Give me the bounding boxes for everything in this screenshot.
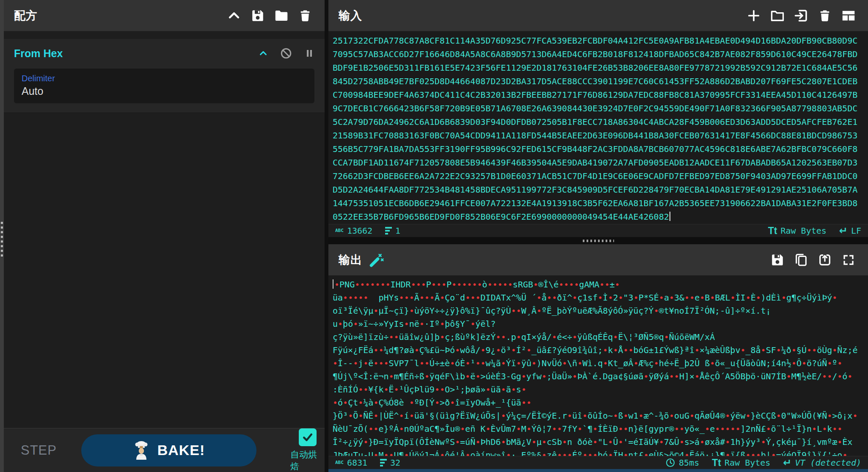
output-header: 输出 xyxy=(328,244,868,276)
output-line-count: 32 xyxy=(390,458,400,468)
open-file-folder-icon[interactable] xyxy=(768,6,787,25)
code-line: •PNG•••••••IHDR•••P•••P••••••ò•••••sRGB•… xyxy=(333,278,868,291)
code-line: oï³Ïé\ÿµ•µÏ~çï}•ùýöY÷÷¿ÿ}ô%ï}¯ûç?ÿÙ••W¸Â… xyxy=(333,304,868,317)
eol-icon: ↵ xyxy=(783,457,791,469)
chef-icon xyxy=(133,441,150,460)
window-edge-strip xyxy=(0,0,4,472)
bake-time-icon xyxy=(665,458,675,468)
code-line: JÞÆµTu-U•M••U¶•Úöý1¬Á•ôé¦Â•oàínw»î•·¸Eº%… xyxy=(333,449,868,456)
recipe-title: 配方 xyxy=(14,8,38,23)
code-line: 2517322CFDA778C87A8CF81C114A35D76D925C77… xyxy=(333,34,868,47)
code-line: 9C7DECB1C7666423B6F58F720B9E05B71A6708E2… xyxy=(333,102,868,115)
disable-operation-icon[interactable] xyxy=(280,47,292,60)
input-encoding-value[interactable]: Raw Bytes xyxy=(780,226,826,236)
code-line: •Î--•j•ë•••SVP7¯l••Ú÷±è•óÈ•¹••w¼ã•Ýï•ÿû•… xyxy=(333,357,868,370)
delimiter-value: Auto xyxy=(22,85,307,97)
output-char-count: 6831 xyxy=(347,458,367,468)
add-input-tab-icon[interactable] xyxy=(744,6,763,25)
recipe-header: 配方 xyxy=(4,0,325,31)
input-eol-value[interactable]: LF xyxy=(851,226,861,236)
output-eol-value[interactable]: VT (detected) xyxy=(795,458,861,468)
open-input-signin-icon[interactable] xyxy=(792,6,810,25)
output-encoding-value[interactable]: Raw Bytes xyxy=(725,458,770,468)
panel-seam xyxy=(325,0,328,472)
code-line: 556B5C779FA1BA7DA553FF3190FF95B996C92FED… xyxy=(333,142,868,156)
code-line: D5D2A24644FAA8DF772534B481458BDECA951199… xyxy=(333,183,868,196)
delimiter-label: Delimiter xyxy=(22,74,307,83)
code-line: Î²÷¿ÿý•}Ð=ïyÏQpï(ÔÍèNwºS•=úÑ•ÞhD6•bMã¿V•… xyxy=(333,436,868,449)
char-count-icon: ABC xyxy=(335,229,344,233)
text-encoding-icon: Tt xyxy=(712,457,721,469)
recipe-list: From Hex Delimiter Auto xyxy=(4,31,325,428)
panel-resize-grip[interactable] xyxy=(1,222,3,258)
collapse-recipe-icon[interactable] xyxy=(225,6,243,25)
line-count-icon xyxy=(385,227,392,235)
bake-button-label: BAKE! xyxy=(157,442,205,458)
line-count-icon xyxy=(380,459,387,466)
input-line-count: 1 xyxy=(395,226,400,236)
code-line: Fÿú×¿FËá••¼d¶?øà•Ç%£ü~Þó•wôå/•9¿•ö³•Í²•_… xyxy=(333,344,868,357)
splitter-grip[interactable] xyxy=(583,240,614,242)
code-line: u•þó•»ï~÷»YyIs•në•·Iº•þô§Y¯•ýël? xyxy=(333,317,868,331)
bake-progress-strip xyxy=(328,469,868,472)
code-line: ÑèU¯zÕ(••e}ºÁ•n0ÚºaC¶»Îu®•eñ K•ÈvÛm7•M•Ý… xyxy=(333,422,868,436)
code-line: ¶Új\º<Î:ë¬n•m¶Éñ÷ß•ÿqéF\ìb•ë•>úèÉ3-Gg•yf… xyxy=(333,370,868,383)
copy-output-icon[interactable] xyxy=(792,251,810,269)
text-encoding-icon: Tt xyxy=(768,225,777,237)
autobake-checkbox[interactable] xyxy=(299,428,317,446)
step-button[interactable]: STEP xyxy=(21,443,57,458)
operation-from-hex[interactable]: From Hex Delimiter Auto xyxy=(4,39,325,113)
char-count-icon: ABC xyxy=(335,461,344,465)
io-splitter[interactable] xyxy=(328,237,868,244)
load-recipe-folder-icon[interactable] xyxy=(272,6,291,25)
io-panel: 输入 2517322CFDA778C87A8CF81C114A35D76D925… xyxy=(328,0,868,472)
code-line: }Ö³•Õ•ÑÊ•|ÙË^•í•üä'§(üìg?ËïW¿úÕs|•ý¼ç=/Ë… xyxy=(333,409,868,422)
layout-split-view-icon[interactable] xyxy=(839,6,858,25)
save-recipe-icon[interactable] xyxy=(248,6,267,25)
breakpoint-pause-icon[interactable] xyxy=(304,48,314,59)
input-char-count: 13662 xyxy=(347,226,372,236)
code-line: 21589B31FC70883163F0BC70A54CDD9411A118FD… xyxy=(333,129,868,142)
save-output-icon[interactable] xyxy=(768,251,787,269)
magic-wand-icon[interactable] xyxy=(366,251,385,269)
input-title: 输入 xyxy=(339,8,362,23)
autobake-control: 自动烘焙 xyxy=(290,428,325,472)
code-line: 72662D3FCDBEB6EE6A2A722E2C93257B1D0E6037… xyxy=(333,169,868,183)
collapse-operation-icon[interactable] xyxy=(259,49,268,58)
clear-input-trash-icon[interactable] xyxy=(816,6,834,25)
code-line: BDF9E1B2506E5D311FB161E5E7423F56FE1129E2… xyxy=(333,61,868,75)
code-line: 845D2758ABB49E7BF025D8D44664087D23D2BA31… xyxy=(333,75,868,88)
operation-name: From Hex xyxy=(14,47,63,60)
open-output-in-tab-icon[interactable] xyxy=(816,251,834,269)
autobake-label: 自动烘焙 xyxy=(290,449,325,472)
code-line: :ÈñÍÓ••¥{k•Ë•¹ÛçÞlü9••O>¹;þøã»•üã•ã•s• xyxy=(333,383,868,396)
recipe-panel: 配方 From Hex xyxy=(4,0,325,472)
code-line: CCA7BDF1AD11674F712057808E5B946439F46B39… xyxy=(333,156,868,169)
bake-time-value: 85ms xyxy=(679,458,699,468)
code-line: 0522EE35B7B6FD965B6ED9FD0F852B06E9C6F2E6… xyxy=(333,210,868,224)
maximize-output-icon[interactable] xyxy=(839,251,858,269)
code-line: üa••••• pHYs•••Ã•••Ã•Ço¨d•••DIDATx^%Ü ´•… xyxy=(333,291,868,304)
input-status-bar: ABC 13662 1 Tt Raw Bytes ↵ LF xyxy=(328,224,868,237)
code-line: 5C2A79D76DA24962C6A1D6B6839D03F94D0DFDB0… xyxy=(333,115,868,129)
clear-recipe-trash-icon[interactable] xyxy=(296,6,314,25)
recipe-controls-bar: STEP BAKE! 自动烘焙 xyxy=(4,428,325,472)
input-textarea[interactable]: 2517322CFDA778C87A8CF81C114A35D76D925C77… xyxy=(328,31,868,224)
output-textarea[interactable]: •PNG•••••••IHDR•••P•••P••••••ò•••••sRGB•… xyxy=(328,276,868,456)
output-status-bar: ABC 6831 32 85ms Tt Raw Bytes ↵ VT (dete… xyxy=(328,456,868,469)
code-line: •ó•Çt•¼à•Ç%Ó8è •ºÐ[Ý•>ð•î=ïyOwå+_¹{üã•• xyxy=(333,396,868,409)
delimiter-select[interactable]: Delimiter Auto xyxy=(14,69,314,103)
code-line: 14475351051ECB6DB6E29461FFCE007A722132E4… xyxy=(333,196,868,210)
code-line: 7095C57AB3ACC6D27F16646D84A5A8C6A8B9D571… xyxy=(333,47,868,61)
input-header: 输入 xyxy=(328,0,868,31)
eol-icon: ↵ xyxy=(839,225,848,237)
bake-button[interactable]: BAKE! xyxy=(81,434,256,466)
code-line: C700984BEE9DEF4A6374DC411C4C2B32013B2FBE… xyxy=(333,88,868,102)
output-title: 输出 xyxy=(339,252,362,268)
code-line: ç?ÿù»ë]ïzù÷••üãîw¿û]þ•ç;ßùºk]ëzÝ••.p•qI×… xyxy=(333,331,868,344)
